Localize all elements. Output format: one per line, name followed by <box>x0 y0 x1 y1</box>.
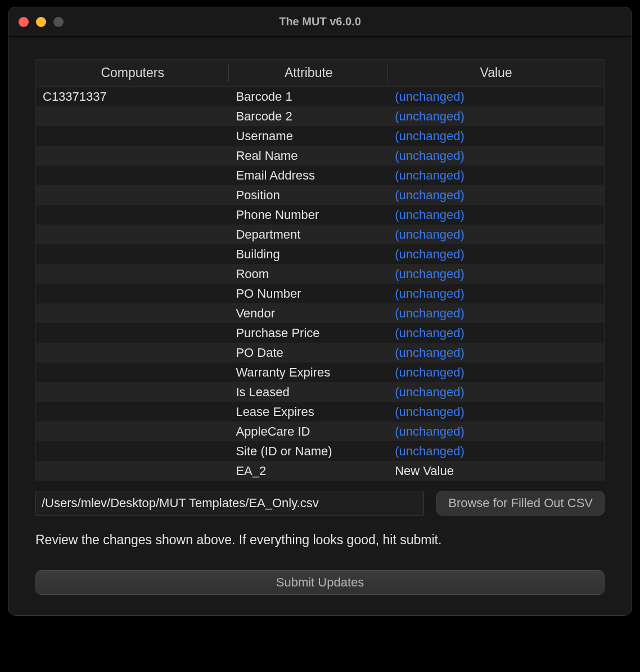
cell-value: (unchanged) <box>388 365 604 380</box>
cell-value: (unchanged) <box>388 346 604 360</box>
instruction-text: Review the changes shown above. If every… <box>35 532 605 548</box>
window-close-icon[interactable] <box>19 17 29 27</box>
cell-attribute: Vendor <box>229 306 388 321</box>
table-row[interactable]: Email Address(unchanged) <box>36 165 604 185</box>
traffic-lights <box>19 17 64 27</box>
csv-controls-row: Browse for Filled Out CSV <box>35 491 605 516</box>
cell-value: (unchanged) <box>388 208 604 222</box>
cell-attribute: Department <box>229 227 388 242</box>
table-row[interactable]: PO Number(unchanged) <box>36 284 604 303</box>
table-row[interactable]: EA_2New Value <box>36 461 604 481</box>
table-row[interactable]: Room(unchanged) <box>36 264 604 284</box>
cell-attribute: Purchase Price <box>229 326 388 341</box>
cell-attribute: Lease Expires <box>229 405 388 419</box>
cell-attribute: Building <box>229 247 388 262</box>
cell-attribute: EA_2 <box>229 464 388 478</box>
submit-updates-button[interactable]: Submit Updates <box>35 570 605 595</box>
cell-value: (unchanged) <box>388 188 604 203</box>
table-row[interactable]: Position(unchanged) <box>36 185 604 205</box>
window-title: The MUT v6.0.0 <box>19 15 621 28</box>
cell-attribute: Position <box>229 188 388 203</box>
window-maximize-icon[interactable] <box>53 17 64 27</box>
column-header-computers[interactable]: Computers <box>36 60 229 86</box>
table-row[interactable]: Lease Expires(unchanged) <box>36 402 604 422</box>
table-row[interactable]: Real Name(unchanged) <box>36 146 604 165</box>
cell-value: (unchanged) <box>388 109 604 124</box>
cell-attribute: PO Number <box>229 286 388 301</box>
table-row[interactable]: Building(unchanged) <box>36 244 604 264</box>
cell-value: New Value <box>388 464 604 478</box>
cell-attribute: Real Name <box>229 149 388 163</box>
table-header-row: Computers Attribute Value <box>36 60 604 87</box>
column-header-value[interactable]: Value <box>388 60 604 86</box>
table-row[interactable]: Warranty Expires(unchanged) <box>36 362 604 382</box>
cell-attribute: AppleCare ID <box>229 424 388 439</box>
cell-attribute: Barcode 1 <box>229 89 388 104</box>
table-row[interactable]: Department(unchanged) <box>36 225 604 244</box>
cell-attribute: Email Address <box>229 168 388 183</box>
column-header-attribute[interactable]: Attribute <box>229 60 388 86</box>
table-row[interactable]: Is Leased(unchanged) <box>36 382 604 402</box>
table-row[interactable]: AppleCare ID(unchanged) <box>36 422 604 441</box>
cell-value: (unchanged) <box>388 424 604 439</box>
cell-attribute: Site (ID or Name) <box>229 444 388 459</box>
cell-value: (unchanged) <box>388 149 604 163</box>
table-row[interactable]: C13371337Barcode 1(unchanged) <box>36 87 604 106</box>
changes-table: Computers Attribute Value C13371337Barco… <box>35 59 605 481</box>
cell-attribute: Phone Number <box>229 208 388 222</box>
cell-value: (unchanged) <box>388 247 604 262</box>
cell-value: (unchanged) <box>388 405 604 419</box>
window-minimize-icon[interactable] <box>36 17 46 27</box>
cell-value: (unchanged) <box>388 227 604 242</box>
cell-value: (unchanged) <box>388 286 604 301</box>
table-row[interactable]: Vendor(unchanged) <box>36 303 604 323</box>
table-row[interactable]: Site (ID or Name)(unchanged) <box>36 441 604 461</box>
cell-value: (unchanged) <box>388 385 604 400</box>
table-row[interactable]: Phone Number(unchanged) <box>36 205 604 225</box>
table-row[interactable]: Barcode 2(unchanged) <box>36 106 604 126</box>
app-window: The MUT v6.0.0 Computers Attribute Value… <box>8 7 632 616</box>
cell-computers: C13371337 <box>36 89 229 104</box>
cell-attribute: Room <box>229 267 388 281</box>
cell-value: (unchanged) <box>388 444 604 459</box>
cell-attribute: Is Leased <box>229 385 388 400</box>
cell-value: (unchanged) <box>388 89 604 104</box>
cell-attribute: PO Date <box>229 346 388 360</box>
titlebar: The MUT v6.0.0 <box>8 7 632 37</box>
cell-value: (unchanged) <box>388 326 604 341</box>
cell-value: (unchanged) <box>388 306 604 321</box>
csv-path-input[interactable] <box>35 491 424 516</box>
cell-value: (unchanged) <box>388 129 604 144</box>
table-row[interactable]: Username(unchanged) <box>36 126 604 146</box>
browse-csv-button[interactable]: Browse for Filled Out CSV <box>436 491 605 516</box>
cell-value: (unchanged) <box>388 168 604 183</box>
table-row[interactable]: Purchase Price(unchanged) <box>36 323 604 343</box>
cell-attribute: Warranty Expires <box>229 365 388 380</box>
cell-attribute: Barcode 2 <box>229 109 388 124</box>
table-body: C13371337Barcode 1(unchanged)Barcode 2(u… <box>36 87 604 481</box>
cell-attribute: Username <box>229 129 388 144</box>
window-content: Computers Attribute Value C13371337Barco… <box>8 37 632 615</box>
table-row[interactable]: PO Date(unchanged) <box>36 343 604 362</box>
cell-value: (unchanged) <box>388 267 604 281</box>
